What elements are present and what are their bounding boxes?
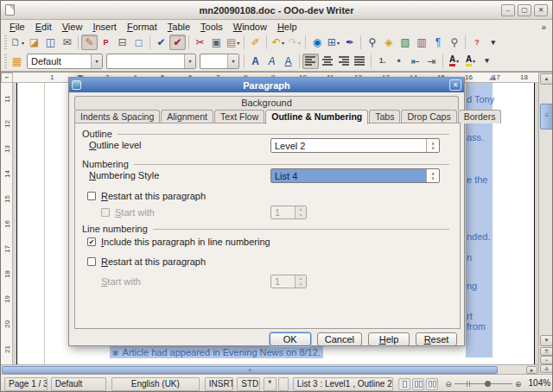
menu-tools[interactable]: Tools	[195, 21, 228, 33]
toolbar-overflow-button[interactable]: ▾	[479, 54, 495, 69]
status-page-number[interactable]: Page 1 / 3	[4, 377, 48, 391]
numbering-style-combo[interactable]: List 4 ∧∨	[270, 168, 440, 183]
menu-format[interactable]: Format	[122, 21, 162, 33]
dialog-title-bar[interactable]: Paragraph ✕	[69, 78, 464, 92]
paste-button[interactable]: ▤▾	[225, 35, 241, 50]
status-insert-mode[interactable]: INSRT	[205, 377, 233, 391]
status-zoom-value[interactable]: 104%	[525, 377, 552, 391]
align-justify-button[interactable]	[352, 54, 368, 69]
zoom-slider-track[interactable]	[454, 383, 512, 384]
menu-table[interactable]: Table	[162, 21, 195, 33]
view-book-icon[interactable]	[426, 378, 438, 390]
export-pdf-button[interactable]: P	[98, 35, 114, 50]
menu-edit[interactable]: Edit	[30, 21, 57, 33]
scroll-right-button[interactable]: ▸	[526, 366, 537, 374]
tab-alignment[interactable]: Alignment	[161, 110, 213, 123]
tab-tabs[interactable]: Tabs	[369, 110, 400, 123]
email-document-button[interactable]: ✉	[59, 35, 75, 50]
view-single-page-icon[interactable]	[398, 378, 410, 390]
maximize-button[interactable]: ▢	[518, 4, 531, 16]
menu-insert[interactable]: Insert	[87, 21, 122, 33]
restart-numbering-checkbox[interactable]: Restart at this paragraph	[87, 191, 206, 201]
toolbar-grip[interactable]	[4, 35, 7, 49]
hyperlink-button[interactable]: ◉	[308, 35, 325, 50]
chevron-down-icon[interactable]: ▾	[237, 40, 239, 46]
underline-button[interactable]: A	[280, 54, 296, 69]
chevron-down-icon[interactable]: ▾	[337, 40, 340, 46]
font-size-combo[interactable]: ▾	[200, 54, 239, 69]
zoom-button[interactable]: ⚲	[446, 35, 462, 50]
page-preview-button[interactable]: ◻	[130, 35, 147, 50]
spellcheck-button[interactable]: ✔	[153, 35, 169, 50]
open-document-button[interactable]: ◪	[26, 35, 42, 50]
combo-spin-icon[interactable]: ∧∨	[426, 139, 439, 152]
nonprinting-characters-button[interactable]: ¶	[429, 35, 446, 50]
font-color-button[interactable]: A▾	[446, 54, 462, 69]
format-paintbrush-button[interactable]: ✐	[247, 35, 264, 50]
dialog-close-button[interactable]: ✕	[449, 79, 461, 91]
next-page-button[interactable]: ⇊	[540, 364, 553, 373]
align-right-button[interactable]	[335, 54, 352, 69]
new-document-button[interactable]: 🗋▾	[9, 35, 26, 50]
cancel-button[interactable]: Cancel	[317, 332, 362, 346]
undo-button[interactable]: ↶▾	[270, 35, 286, 50]
help-button[interactable]: ?	[468, 35, 485, 50]
view-multi-page-icon[interactable]	[412, 378, 424, 390]
outline-level-combo[interactable]: Level 2 ∧∨	[270, 138, 440, 153]
horizontal-scroll-thumb[interactable]	[2, 366, 498, 374]
help-button[interactable]: Help	[368, 332, 410, 346]
increase-indent-button[interactable]: ⇥	[423, 54, 440, 69]
navigation-button[interactable]: •	[540, 356, 553, 364]
numbered-list-button[interactable]: 1.	[374, 54, 391, 69]
tab-type-selector[interactable]: ⌐	[1, 73, 13, 83]
styles-window-button[interactable]: ▦	[9, 54, 25, 69]
checkbox-box[interactable]	[87, 192, 96, 200]
vertical-scrollbar[interactable]: ▲ ▼ ⇈ • ⇊	[538, 73, 553, 375]
vertical-scroll-thumb[interactable]	[540, 104, 553, 130]
tab-indents-spacing[interactable]: Indents & Spacing	[74, 110, 160, 123]
menu-help[interactable]: Help	[272, 21, 302, 33]
zoom-slider-thumb[interactable]	[485, 381, 491, 387]
auto-spellcheck-button[interactable]: ✔	[169, 35, 186, 50]
align-left-button[interactable]	[302, 54, 319, 69]
highlighting-button[interactable]: A▾	[462, 54, 479, 69]
status-language[interactable]: English (UK)	[111, 377, 200, 391]
menu-window[interactable]: Window	[228, 21, 272, 33]
find-replace-button[interactable]: ⚲	[364, 35, 380, 50]
copy-button[interactable]: ▣	[208, 35, 225, 50]
previous-page-button[interactable]: ⇈	[540, 347, 553, 356]
menu-view[interactable]: View	[57, 21, 88, 33]
checkbox-box[interactable]	[87, 257, 96, 266]
menu-file[interactable]: File	[4, 21, 30, 33]
align-center-button[interactable]	[319, 54, 335, 69]
paragraph-style-combo[interactable]: Default ▾	[27, 54, 103, 69]
tab-borders[interactable]: Borders	[458, 110, 502, 123]
ok-button[interactable]: OK	[270, 332, 311, 346]
chevron-down-icon[interactable]: ▾	[184, 54, 195, 68]
chevron-down-icon[interactable]: ▾	[227, 54, 238, 68]
bold-button[interactable]: A	[247, 54, 264, 69]
cut-button[interactable]: ✂	[192, 35, 208, 50]
minimize-button[interactable]: –	[501, 4, 515, 16]
checkbox-checked-box[interactable]: ✔	[87, 237, 96, 246]
draw-functions-button[interactable]: ✒	[341, 35, 358, 50]
chevron-down-icon[interactable]: ▾	[22, 40, 24, 46]
status-list-info[interactable]: List 3 : Level1 , Outline 2	[293, 377, 393, 391]
font-name-combo[interactable]: ▾	[106, 54, 196, 69]
toolbar-grip[interactable]	[4, 54, 7, 68]
insert-table-button[interactable]: ⊞▾	[325, 35, 341, 50]
status-selection-mode[interactable]: STD	[237, 377, 259, 391]
zoom-in-icon[interactable]: ⊕	[515, 380, 522, 389]
include-line-numbering-checkbox[interactable]: ✔ Include this paragraph in line numberi…	[87, 237, 270, 247]
chevron-down-icon[interactable]: ▾	[456, 58, 459, 64]
print-button[interactable]: ⊟	[114, 35, 130, 50]
status-page-style[interactable]: Default	[51, 377, 106, 391]
bullet-list-button[interactable]: •	[391, 54, 407, 69]
tab-text-flow[interactable]: Text Flow	[214, 110, 264, 123]
save-document-button[interactable]: ◫	[42, 35, 59, 50]
chevron-down-icon[interactable]: ▾	[473, 58, 475, 64]
toolbar-overflow-button[interactable]: ▾	[485, 35, 501, 50]
scroll-up-button[interactable]: ▲	[540, 73, 553, 85]
italic-button[interactable]: A	[264, 54, 280, 69]
combo-spin-icon[interactable]: ∧∨	[426, 169, 439, 182]
